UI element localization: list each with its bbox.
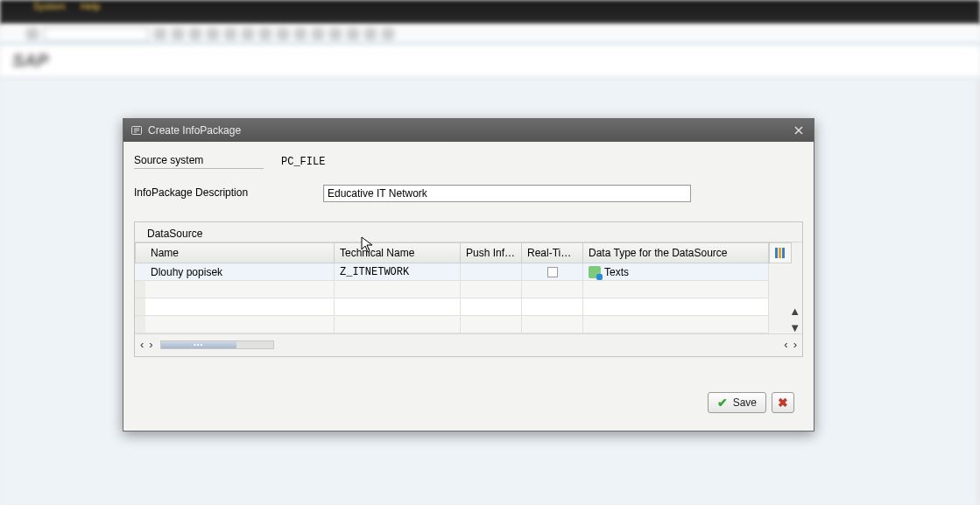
cell-name[interactable]: Dlouhy popisek (145, 263, 335, 281)
svg-rect-2 (779, 248, 781, 258)
dialog-titlebar: Create InfoPackage (123, 119, 814, 142)
sap-logo: SAP (12, 51, 48, 70)
table-cell[interactable] (583, 298, 769, 316)
dialog-title: Create InfoPackage (148, 124, 241, 137)
svg-rect-1 (775, 248, 778, 258)
table-cell[interactable] (522, 316, 583, 333)
col-push-info[interactable]: Push Info... (461, 242, 522, 263)
table-cell[interactable] (145, 298, 335, 316)
save-button-label: Save (733, 396, 757, 409)
cell-data-type[interactable]: Texts (583, 263, 769, 281)
app-menubar: System Help (0, 0, 980, 25)
scroll-left-end-icon[interactable]: ‹ (784, 338, 787, 351)
table-horizontal-scroll: ‹ › ••• ‹ › (135, 333, 802, 354)
col-real-time[interactable]: Real-Time ... (522, 242, 583, 263)
table-cell[interactable] (461, 316, 522, 333)
scroll-left-icon[interactable]: ‹ (140, 338, 144, 351)
source-system-value: PC_FILE (281, 156, 325, 168)
datasource-section-label: DataSource (135, 222, 802, 242)
sap-banner: SAP (0, 46, 980, 79)
col-name[interactable]: Name (145, 242, 335, 263)
table-cell[interactable] (335, 281, 461, 298)
table-vertical-scroll[interactable]: ▲ ▼ (789, 305, 800, 333)
table-cell[interactable] (145, 316, 335, 333)
hscrollbar-track[interactable]: ••• (160, 340, 274, 349)
col-technical-name[interactable]: Technical Name (335, 242, 461, 263)
cell-technical-name[interactable]: Z_ITNETWORK (335, 263, 461, 281)
close-icon[interactable] (791, 123, 807, 138)
cancel-button[interactable]: ✖ (772, 392, 794, 413)
table-cell[interactable] (335, 316, 461, 333)
table-cell[interactable] (583, 281, 769, 298)
create-infopackage-dialog: Create InfoPackage Source system PC_FILE… (123, 118, 814, 431)
table-cell[interactable] (583, 316, 769, 333)
data-type-value: Texts (604, 266, 629, 278)
dialog-icon (130, 124, 143, 137)
hscrollbar-thumb[interactable]: ••• (161, 341, 236, 348)
col-data-type[interactable]: Data Type for the DataSource (583, 242, 769, 263)
check-icon: ✔ (717, 396, 728, 410)
scroll-up-icon[interactable]: ▲ (789, 305, 800, 317)
cell-push-info[interactable] (461, 263, 522, 281)
table-cell[interactable] (145, 281, 335, 298)
column-picker-icon[interactable] (769, 242, 792, 263)
scroll-right-icon[interactable]: › (149, 338, 152, 351)
app-toolbar (0, 25, 980, 46)
real-time-checkbox[interactable] (547, 267, 558, 277)
description-label: InfoPackage Description (134, 186, 264, 200)
cell-real-time[interactable] (522, 263, 583, 281)
table-cell[interactable] (461, 298, 522, 316)
table-cell[interactable] (522, 281, 583, 298)
datasource-panel: DataSource Name Technical Name Push Info… (134, 221, 803, 357)
cancel-icon: ✖ (778, 396, 788, 410)
source-system-label: Source system (134, 154, 264, 169)
scroll-right-end-icon[interactable]: › (793, 338, 797, 351)
datasource-table: Name Technical Name Push Info... Real-Ti… (135, 242, 802, 333)
table-cell[interactable] (335, 298, 461, 316)
table-cell[interactable] (522, 298, 583, 316)
texts-icon (589, 266, 601, 278)
save-button[interactable]: ✔ Save (708, 392, 766, 413)
svg-rect-3 (782, 248, 785, 258)
table-cell[interactable] (461, 281, 522, 298)
scroll-down-icon[interactable]: ▼ (789, 322, 800, 333)
description-input[interactable] (323, 185, 691, 202)
